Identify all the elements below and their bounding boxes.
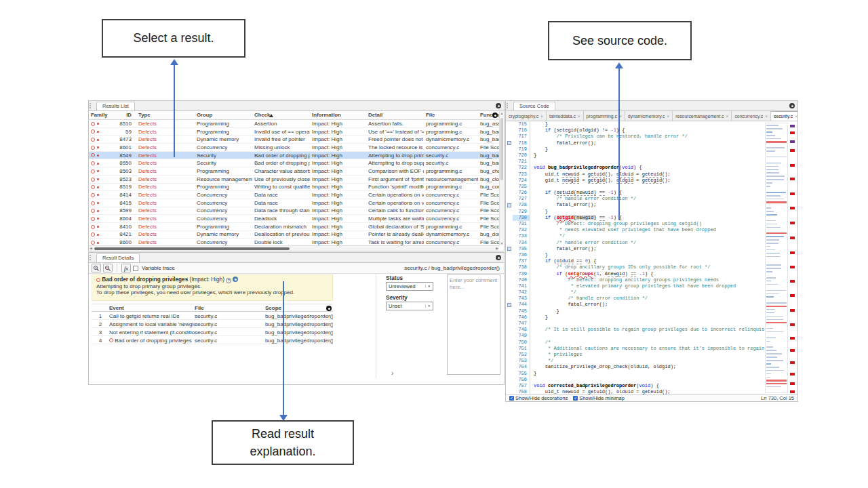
line-number[interactable]: 733 bbox=[513, 233, 530, 239]
code-line-738[interactable]: 738 /* drop ancillary groups IDs only po… bbox=[506, 264, 764, 270]
code-line-751[interactable]: 751 * Additional cautions are necessary … bbox=[506, 346, 764, 352]
code-line-728[interactable]: 728 fatal_error(); bbox=[506, 202, 764, 208]
close-icon[interactable]: × bbox=[540, 114, 543, 119]
code-line-754[interactable]: 754 sanitize_privilege_drop_check(olduid… bbox=[506, 364, 764, 370]
column-header-type[interactable]: Type bbox=[136, 111, 195, 119]
red-marker-icon[interactable] bbox=[790, 349, 795, 352]
red-marker-icon[interactable] bbox=[790, 237, 795, 239]
tab-result-details[interactable]: Result Details bbox=[96, 253, 140, 262]
red-marker-icon[interactable] bbox=[790, 192, 795, 195]
code-line-732[interactable]: 732 * needs elevated user privileges tha… bbox=[506, 227, 764, 233]
result-row[interactable]: 8410DefectsProgrammingDeclaration mismat… bbox=[89, 223, 499, 231]
line-number[interactable]: 730 bbox=[513, 215, 530, 221]
line-number[interactable]: 723 bbox=[513, 171, 530, 178]
code-line-757[interactable]: 757void corrected_badprivilegedroporder(… bbox=[506, 383, 764, 389]
red-marker-icon[interactable] bbox=[790, 361, 795, 364]
line-number[interactable]: 745 bbox=[513, 308, 530, 314]
result-row[interactable]: 8519DefectsProgrammingWriting to const q… bbox=[89, 184, 499, 192]
line-number[interactable]: 731 bbox=[513, 221, 530, 227]
results-horizontal-scrollbar[interactable]: ◀ ▶ bbox=[89, 245, 499, 251]
line-number[interactable]: 754 bbox=[513, 364, 530, 370]
close-icon[interactable]: × bbox=[726, 114, 729, 119]
line-number[interactable]: 741 bbox=[513, 283, 530, 289]
line-number[interactable]: 737 bbox=[513, 258, 530, 264]
column-header-information[interactable]: Information bbox=[310, 111, 366, 119]
code-line-739[interactable]: 739 if (setgroups(1, &newgid) == -1) { bbox=[506, 271, 764, 277]
result-row[interactable]: 8600DefectsConcurrencyDouble lockImpact:… bbox=[89, 239, 499, 245]
file-tab-concurrency-c[interactable]: concurrency.c× bbox=[732, 111, 771, 121]
code-line-729[interactable]: 729 } bbox=[506, 209, 764, 215]
code-line-724[interactable]: 724 gid_t newgid = getgid(), oldgid = ge… bbox=[506, 178, 764, 184]
line-number[interactable]: 744 bbox=[513, 302, 530, 308]
column-header-file[interactable]: File bbox=[424, 111, 478, 119]
collapse-trace-button[interactable] bbox=[103, 264, 113, 272]
code-line-743[interactable]: 743 /* handle error condition */ bbox=[506, 296, 764, 302]
defect-marker-strip[interactable] bbox=[789, 121, 796, 394]
result-row[interactable]: 8415DefectsConcurrencyData raceImpact: H… bbox=[89, 199, 499, 207]
red-marker-icon[interactable] bbox=[790, 390, 795, 393]
scroll-right-icon[interactable]: ▶ bbox=[496, 246, 498, 251]
fx-button[interactable]: fx bbox=[121, 264, 131, 272]
column-header-detail[interactable]: Detail bbox=[366, 111, 424, 119]
line-number[interactable]: 753 bbox=[513, 358, 530, 364]
decorations-checkbox[interactable]: ✓ bbox=[509, 396, 514, 401]
line-number[interactable]: 719 bbox=[513, 146, 530, 152]
red-marker-icon[interactable] bbox=[790, 323, 795, 326]
column-header-file[interactable]: File bbox=[195, 304, 265, 311]
red-marker-icon[interactable] bbox=[790, 251, 795, 254]
pane-grip-icon[interactable] bbox=[90, 103, 93, 108]
pane-grip-icon[interactable] bbox=[507, 103, 510, 108]
line-number[interactable]: 739 bbox=[513, 271, 530, 277]
line-number[interactable]: 727 bbox=[513, 196, 530, 202]
event-table-header[interactable]: Event File Scope bbox=[92, 304, 333, 312]
expand-trace-button[interactable] bbox=[92, 264, 101, 272]
purple-marker-icon[interactable] bbox=[790, 125, 795, 127]
column-header-group[interactable]: Group bbox=[195, 111, 252, 119]
code-line-722[interactable]: 722void bug_badprivilegedroporder(void) … bbox=[506, 165, 764, 171]
pane-settings-icon[interactable] bbox=[789, 103, 795, 108]
help-icon[interactable]: ? bbox=[226, 278, 231, 283]
result-row-selected[interactable]: 8549DefectsSecurityBad order of dropping… bbox=[89, 152, 499, 160]
red-marker-icon[interactable] bbox=[790, 373, 795, 375]
code-line-737[interactable]: 737 if (olduid == 0) { bbox=[506, 258, 764, 264]
line-number[interactable]: 725 bbox=[513, 184, 530, 190]
column-settings-icon[interactable] bbox=[326, 306, 332, 311]
red-marker-icon[interactable] bbox=[790, 131, 795, 134]
code-line-758[interactable]: 758 uid_t newuid = getuid(), olduid = ge… bbox=[506, 389, 764, 394]
red-marker-icon[interactable] bbox=[790, 382, 795, 385]
line-number[interactable]: 749 bbox=[513, 333, 530, 339]
line-number[interactable]: 743 bbox=[513, 296, 530, 302]
line-number[interactable]: 715 bbox=[513, 121, 530, 127]
result-row[interactable]: 8599DefectsConcurrencyData race through … bbox=[89, 207, 499, 216]
scrollbar-thumb[interactable] bbox=[94, 247, 290, 250]
line-number[interactable]: 747 bbox=[513, 321, 530, 327]
event-row[interactable]: 3Not entering if statement (if-condition… bbox=[92, 328, 333, 336]
code-annotation-icon[interactable] bbox=[506, 247, 513, 251]
scroll-up-icon[interactable]: ▲ bbox=[500, 111, 504, 115]
code-line-744[interactable]: 744 fatal_error(); bbox=[506, 302, 764, 308]
event-row[interactable]: 2Assignment to local variable 'newgid'se… bbox=[92, 320, 333, 328]
code-line-733[interactable]: 733 */ bbox=[506, 233, 764, 239]
results-vertical-scrollbar[interactable]: ▲ ▼ bbox=[499, 111, 504, 245]
line-number[interactable]: 717 bbox=[513, 134, 530, 140]
pane-settings-icon[interactable] bbox=[496, 255, 501, 260]
code-line-753[interactable]: 753 */ bbox=[506, 358, 764, 364]
result-row[interactable]: 8503DefectsProgrammingCharacter value ab… bbox=[89, 167, 499, 176]
result-row[interactable]: 8523DefectsResource managementUse of pre… bbox=[89, 176, 499, 184]
code-line-740[interactable]: 740 /* Defect: dropping ancillary groups… bbox=[506, 277, 764, 283]
trace-icon[interactable] bbox=[233, 277, 238, 282]
red-marker-icon[interactable] bbox=[790, 337, 795, 340]
code-line-750[interactable]: 750 /* bbox=[506, 340, 764, 346]
code-line-755[interactable]: 755} bbox=[506, 371, 764, 377]
result-row[interactable]: 8510DefectsProgrammingAssertionImpact: H… bbox=[89, 120, 499, 128]
column-header-event[interactable]: Event bbox=[109, 304, 195, 311]
tab-results-list[interactable]: Results List bbox=[96, 102, 135, 110]
line-number[interactable]: 724 bbox=[513, 178, 530, 184]
line-number[interactable]: 740 bbox=[513, 277, 530, 283]
result-row[interactable]: 8414DefectsConcurrencyData raceImpact: H… bbox=[89, 191, 499, 199]
code-minimap[interactable] bbox=[765, 123, 788, 393]
close-icon[interactable]: × bbox=[578, 114, 580, 119]
results-table-header[interactable]: Family ID Type Group Check Information D… bbox=[89, 111, 499, 120]
red-marker-icon[interactable] bbox=[790, 222, 795, 224]
line-number[interactable]: 758 bbox=[513, 389, 530, 394]
